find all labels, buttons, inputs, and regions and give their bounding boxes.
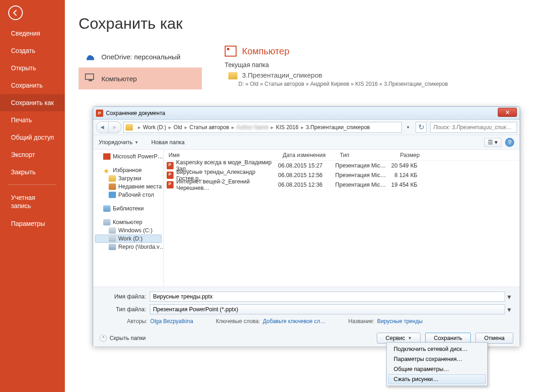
filename-dropdown[interactable]: ▾ (505, 293, 513, 301)
folder-path: D: » Old » Статьи авторов » Андрей Кирее… (238, 81, 539, 87)
service-menu-network-drive[interactable]: Подключить сетевой диск… (388, 344, 486, 354)
new-folder-button[interactable]: Новая папка (151, 139, 184, 146)
help-button[interactable]: ? (505, 138, 514, 147)
file-row[interactable]: Интернет вещей-2_Евгений Черешнев…06.08.… (164, 180, 520, 189)
tree-recent[interactable]: Недавние места (95, 183, 162, 191)
filetype-select[interactable]: Презентация PowerPoint (*.pptx) (150, 304, 505, 314)
close-button[interactable]: ✕ (498, 108, 517, 117)
back-button[interactable] (8, 5, 23, 20)
sidebar-item-save-as[interactable]: Сохранить как (0, 94, 65, 111)
filename-label: Имя файла: (100, 293, 150, 300)
dialog-title: Сохранение документа (106, 110, 165, 116)
pptx-icon (167, 181, 174, 188)
tree-desktop[interactable]: Рабочий стол (95, 191, 162, 199)
place-computer-label: Компьютер (101, 75, 137, 83)
sidebar-item-save[interactable]: Сохранить (0, 77, 65, 94)
tree-favorites[interactable]: ★Избранное (95, 166, 162, 174)
hide-folders-toggle[interactable]: ˄Скрыть папки (100, 335, 146, 342)
tree-libraries[interactable]: Библиотеки (95, 204, 162, 213)
folder-name: 3.Презентации_спикеров (242, 71, 322, 79)
tree-powerpoint[interactable]: Microsoft PowerP… (95, 152, 162, 161)
save-location-detail: Компьютер Текущая папка 3.Презентации_сп… (225, 46, 539, 87)
nav-back-button[interactable]: ◄ (96, 121, 109, 133)
col-name[interactable]: Имя (164, 152, 278, 158)
sidebar-item-close[interactable]: Закрыть (0, 163, 65, 181)
service-menu-general-options[interactable]: Общие параметры… (388, 364, 486, 374)
nav-forward-button[interactable]: ► (109, 121, 121, 133)
filetype-dropdown[interactable]: ▾ (505, 305, 513, 314)
keywords-label: Ключевые слова: (216, 318, 260, 324)
tree-drive-d[interactable]: Work (D:) (95, 235, 162, 243)
authors-value[interactable]: Olga Bezpyatkina (150, 318, 193, 324)
col-type[interactable]: Тип (335, 152, 390, 158)
place-onedrive[interactable]: OneDrive: персональный (79, 46, 202, 68)
authors-label: Авторы: (127, 318, 148, 324)
current-folder-label: Текущая папка (225, 61, 539, 68)
service-menu: Подключить сетевой диск… Параметры сохра… (386, 342, 488, 386)
dialog-toolbar: Упорядочить▼ Новая папка ☰ ▾ ? (93, 135, 520, 150)
sidebar-item-open[interactable]: Открыть (0, 59, 65, 77)
powerpoint-icon: P (96, 110, 103, 117)
sidebar-item-options[interactable]: Параметры (0, 215, 65, 232)
sidebar-item-print[interactable]: Печать (0, 111, 65, 129)
folder-icon (126, 124, 133, 131)
filetype-label: Тип файла: (100, 306, 150, 313)
refresh-button[interactable]: ↻ (416, 122, 427, 133)
tree-computer[interactable]: Компьютер (95, 218, 162, 226)
file-list: Имя Дата изменения Тип Размер Kaspersky … (164, 150, 520, 287)
tree-drive-network[interactable]: Repro (\\burda.v… (95, 243, 162, 251)
sidebar-separator (8, 184, 57, 185)
service-menu-compress-pictures[interactable]: Сжать рисунки… (388, 374, 486, 384)
place-onedrive-label: OneDrive: персональный (101, 53, 180, 61)
address-bar[interactable]: ▸ Work (D:)▸ Old▸ Статьи авторов▸ Author… (123, 122, 402, 133)
keywords-value[interactable]: Добавьте ключевое сл… (263, 318, 326, 324)
place-computer[interactable]: Компьютер (79, 68, 202, 89)
tree-downloads[interactable]: Загрузки (95, 174, 162, 183)
title-label: Название: (348, 318, 374, 324)
dialog-titlebar: P Сохранение документа ✕ (93, 107, 520, 120)
sidebar-item-share[interactable]: Общий доступ (0, 129, 65, 146)
folder-tree: Microsoft PowerP… ★Избранное Загрузки Не… (93, 150, 164, 287)
pptx-icon (167, 172, 174, 179)
page-title: Сохранить как (79, 15, 548, 32)
pptx-icon (167, 162, 174, 169)
title-value[interactable]: Вирусные тренды (377, 318, 422, 324)
computer-icon (225, 46, 237, 57)
folder-icon (228, 72, 237, 79)
save-dialog: P Сохранение документа ✕ ◄ ► ▸ Work (D:)… (93, 106, 520, 346)
search-input[interactable] (430, 122, 517, 133)
service-menu-save-options[interactable]: Параметры сохранения… (388, 354, 486, 364)
current-folder-item[interactable]: 3.Презентации_спикеров (228, 71, 539, 79)
save-places: OneDrive: персональный Компьютер (79, 46, 202, 89)
sidebar-item-account[interactable]: Учетная запись (0, 188, 65, 215)
computer-icon (85, 73, 95, 84)
location-heading: Компьютер (242, 46, 290, 57)
sidebar-item-new[interactable]: Создать (0, 42, 65, 59)
sidebar-item-export[interactable]: Экспорт (0, 146, 65, 163)
filename-input[interactable] (150, 292, 505, 302)
view-mode-button[interactable]: ☰ ▾ (484, 138, 501, 147)
tree-drive-c[interactable]: Windows (C:) (95, 226, 162, 235)
dialog-bottom: Имя файла: ▾ Тип файла: Презентация Powe… (93, 287, 520, 346)
col-date[interactable]: Дата изменения (278, 152, 335, 158)
onedrive-icon (85, 52, 95, 62)
sidebar-item-info[interactable]: Сведения (0, 25, 65, 42)
backstage-sidebar: Сведения Создать Открыть Сохранить Сохра… (0, 0, 65, 392)
col-size[interactable]: Размер (390, 152, 427, 158)
organize-button[interactable]: Упорядочить▼ (99, 139, 138, 146)
dialog-nav: ◄ ► ▸ Work (D:)▸ Old▸ Статьи авторов▸ Au… (93, 120, 520, 135)
